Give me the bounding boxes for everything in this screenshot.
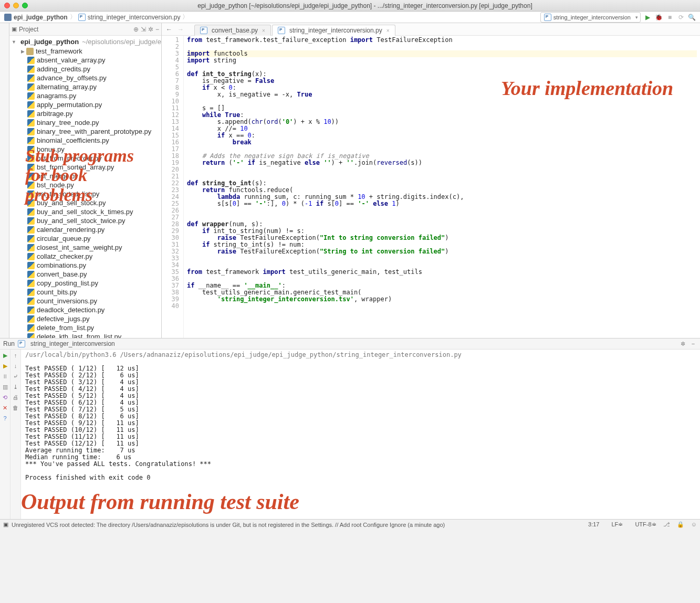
project-tree[interactable]: ▼ epi_judge_python ~/episolutions/epi_ju… — [9, 36, 161, 338]
help-button[interactable]: ? — [2, 415, 9, 422]
scroll-to-end-icon[interactable]: ⤓ — [12, 383, 19, 390]
tree-file[interactable]: adding_credits.py — [9, 65, 161, 73]
python-file-icon — [27, 253, 35, 260]
tree-file[interactable]: bst_from_preorder.py — [9, 154, 161, 163]
tree-file[interactable]: absent_value_array.py — [9, 56, 161, 65]
tree-file[interactable]: delete_kth_last_from_list.py — [9, 332, 161, 338]
code-area[interactable]: 1234567891011121314151617181920212223242… — [162, 36, 700, 338]
tree-file-label: advance_by_offsets.py — [37, 74, 107, 82]
python-file-icon — [27, 92, 35, 100]
tree-file[interactable]: anagrams.py — [9, 91, 161, 100]
tree-file[interactable]: apply_permutation.py — [9, 100, 161, 109]
tree-file[interactable]: count_inversions.py — [9, 297, 161, 305]
editor: ← → convert_base.py × string_integer_int… — [162, 23, 700, 338]
collapse-all-icon[interactable]: ⇲ — [141, 26, 146, 33]
close-tab-icon[interactable]: × — [262, 28, 265, 34]
tree-file[interactable]: deadlock_detection.py — [9, 305, 161, 314]
git-branch-icon[interactable]: ⎇ — [663, 521, 670, 527]
tree-file-label: buy_and_sell_stock_twice.py — [37, 217, 125, 225]
tree-file[interactable]: arbitrage.py — [9, 109, 161, 118]
tree-file[interactable]: count_bits.py — [9, 288, 161, 297]
titlebar: epi_judge_python [~/episolutions/epi_jud… — [0, 0, 700, 12]
down-arrow-icon[interactable]: ↓ — [12, 362, 19, 369]
minimize-console-icon[interactable]: − — [689, 340, 697, 347]
tree-file[interactable]: bst_node.py — [9, 181, 161, 189]
clear-all-icon[interactable]: 🗑 — [12, 404, 19, 411]
tree-file[interactable]: alternating_array.py — [9, 82, 161, 91]
cursor-position[interactable]: 3:17 — [588, 521, 599, 527]
tree-file[interactable]: bonus.py — [9, 145, 161, 154]
rerun-failed-button[interactable]: ▶ — [2, 362, 9, 369]
tree-file[interactable]: collatz_checker.py — [9, 252, 161, 261]
close-tab-icon[interactable]: × — [386, 28, 390, 34]
restore-layout-button[interactable]: ⟲ — [2, 394, 9, 401]
back-arrow-icon[interactable]: ← — [165, 25, 173, 34]
up-arrow-icon[interactable]: ↑ — [12, 352, 19, 359]
search-everywhere-button[interactable]: 🔍 — [688, 13, 696, 21]
minimize-window-button[interactable] — [13, 3, 19, 8]
tree-file[interactable]: combinations.py — [9, 261, 161, 270]
console-output[interactable]: /usr/local/bin/python3.6 /Users/adnanazi… — [21, 350, 700, 519]
tree-file[interactable]: convert_base.py — [9, 270, 161, 279]
python-file-icon — [27, 66, 35, 73]
tree-file[interactable]: binary_tree_node.py — [9, 118, 161, 127]
tree-folder[interactable]: ▶ test_framework — [9, 47, 161, 56]
gear-icon[interactable]: ✲ — [679, 340, 686, 347]
stop-button[interactable]: ■ — [666, 13, 674, 21]
run-config-selector[interactable]: string_integer_interconversion — [540, 12, 641, 23]
tree-file[interactable]: defective_jugs.py — [9, 314, 161, 323]
stop-run-button[interactable]: ⏸ — [2, 373, 9, 380]
vcs-update-button[interactable]: ⟳ — [677, 13, 685, 21]
autoscroll-icon[interactable]: ⊕ — [133, 26, 139, 33]
tree-file[interactable]: calendar_rendering.py — [9, 225, 161, 234]
tree-file-label: bst_merge.py — [37, 172, 78, 180]
settings-icon[interactable]: ✲ — [148, 26, 153, 33]
chevron-down-icon[interactable]: ▼ — [12, 39, 16, 45]
project-panel-title[interactable]: Project — [19, 26, 38, 33]
tree-file[interactable]: buy_and_sell_stock_k_times.py — [9, 207, 161, 216]
breadcrumb-project[interactable]: epi_judge_python — [14, 14, 68, 21]
status-message[interactable]: Unregistered VCS root detected: The dire… — [12, 522, 583, 528]
close-window-button[interactable] — [4, 3, 10, 8]
tree-file[interactable]: circular_queue.py — [9, 234, 161, 243]
tree-root[interactable]: ▼ epi_judge_python ~/episolutions/epi_ju… — [9, 37, 161, 47]
tree-file[interactable]: closest_int_same_weight.py — [9, 243, 161, 252]
python-file-icon — [18, 340, 25, 347]
print-icon[interactable]: 🖨 — [12, 394, 19, 401]
chevron-right-icon[interactable]: ▶ — [21, 49, 26, 54]
lock-icon[interactable]: 🔒 — [677, 521, 684, 527]
tree-file-label: circular_queue.py — [37, 235, 91, 242]
tree-file[interactable]: bst_from_sorted_array.py — [9, 163, 161, 172]
rerun-button[interactable]: ▶ — [2, 352, 9, 359]
console-run-name[interactable]: string_integer_interconversion — [30, 340, 115, 347]
run-button[interactable]: ▶ — [644, 13, 652, 21]
tree-file[interactable]: advance_by_offsets.py — [9, 73, 161, 82]
close-console-button[interactable]: ✕ — [2, 404, 9, 411]
tree-file[interactable]: binary_tree_with_parent_prototype.py — [9, 127, 161, 136]
file-encoding[interactable]: UTF-8≑ — [630, 521, 656, 527]
breadcrumb-file[interactable]: string_integer_interconversion.py — [88, 14, 181, 21]
tree-file[interactable]: copy_posting_list.py — [9, 279, 161, 288]
debug-button[interactable]: 🐞 — [655, 13, 663, 21]
tree-file[interactable]: buy_and_sell_stock_twice.py — [9, 216, 161, 225]
tree-file[interactable]: delete_from_list.py — [9, 323, 161, 332]
python-file-icon — [27, 324, 35, 332]
code-content[interactable]: from test_framework.test_failure_excepti… — [184, 36, 700, 338]
forward-arrow-icon[interactable]: → — [176, 25, 185, 34]
inspector-icon[interactable]: ☺ — [691, 521, 697, 527]
tree-file[interactable]: binomial_coefficients.py — [9, 136, 161, 145]
tab-string-integer[interactable]: string_integer_interconversion.py × — [272, 25, 395, 36]
status-notice-icon[interactable]: ▣ — [3, 521, 8, 528]
tab-convert-base[interactable]: convert_base.py × — [194, 25, 271, 36]
tree-file[interactable]: bst_merge.py — [9, 172, 161, 181]
python-file-icon — [200, 27, 207, 34]
dump-threads-button[interactable]: ▥ — [2, 383, 9, 390]
tree-file-label: bst_from_preorder.py — [37, 154, 102, 162]
line-separator[interactable]: LF≑ — [607, 521, 623, 527]
maximize-window-button[interactable] — [22, 3, 28, 8]
tree-file[interactable]: buy_and_sell_stock.py — [9, 198, 161, 207]
tree-file-label: count_inversions.py — [37, 297, 97, 305]
hide-panel-icon[interactable]: − — [155, 26, 159, 33]
tree-file[interactable]: bst_to_sorted_list.py — [9, 189, 161, 198]
soft-wrap-icon[interactable]: ⤶ — [12, 373, 19, 380]
